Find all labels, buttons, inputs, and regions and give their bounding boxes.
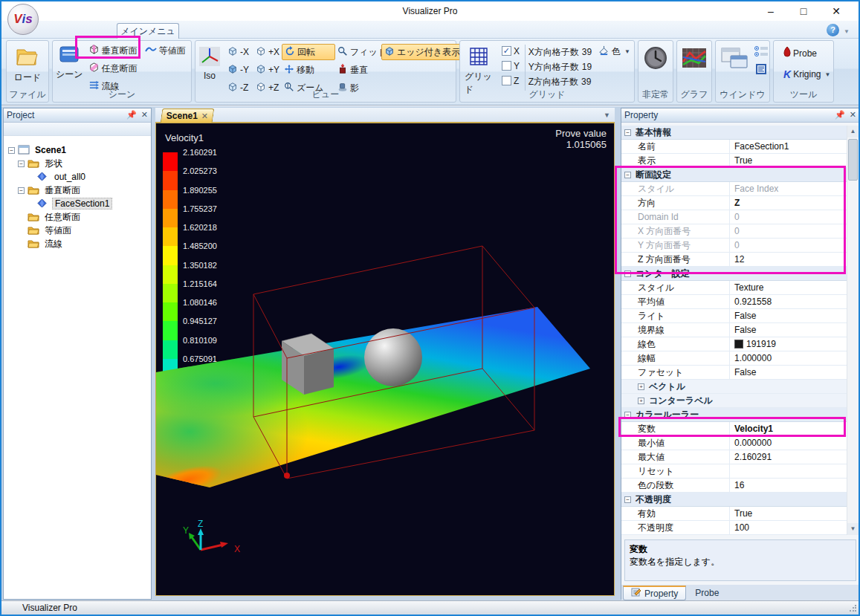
property-value[interactable]: False — [730, 325, 847, 335]
property-group-断面設定[interactable]: −断面設定 — [621, 168, 847, 182]
property-value[interactable]: Z — [730, 198, 847, 208]
property-row-名前[interactable]: 名前FaceSection1 — [621, 140, 847, 154]
tree-item-形状[interactable]: −形状 — [8, 157, 151, 170]
property-row-境界線[interactable]: 境界線False — [621, 323, 847, 337]
property-subgroup-ベクトル[interactable]: +ベクトル — [621, 380, 847, 394]
property-row-X 方向面番号[interactable]: X 方向面番号0 — [621, 224, 847, 239]
app-logo[interactable]: Vis — [7, 4, 39, 35]
property-value[interactable]: 0 — [730, 240, 847, 250]
move-button[interactable]: 移動 — [282, 62, 335, 78]
close-button[interactable]: ✕ — [820, 1, 853, 21]
property-value[interactable]: 16 — [730, 480, 847, 490]
collapse-icon[interactable]: − — [624, 412, 631, 418]
tab-close-icon[interactable]: ✕ — [201, 111, 208, 121]
tab-property[interactable]: Property — [623, 586, 686, 600]
grid-y-checkbox[interactable]: Y — [499, 59, 522, 72]
property-value[interactable]: True — [730, 155, 847, 166]
resize-grip[interactable] — [849, 605, 856, 612]
property-value[interactable]: Face Index — [730, 184, 847, 194]
property-value[interactable]: 191919 — [730, 339, 847, 349]
tab-scene1[interactable]: Scene1✕ — [161, 108, 215, 123]
property-row-スタイル[interactable]: スタイルTexture — [621, 281, 847, 295]
tab-probe[interactable]: Probe — [688, 586, 726, 600]
property-row-線幅[interactable]: 線幅1.000000 — [621, 351, 847, 366]
tree-expander-icon[interactable]: − — [18, 187, 25, 194]
unsteady-button[interactable] — [638, 41, 673, 73]
tree-item-流線[interactable]: 流線 — [8, 237, 151, 250]
property-value[interactable]: 0 — [730, 226, 847, 236]
collapse-icon[interactable]: − — [624, 129, 631, 136]
tree-item-Scene1[interactable]: −Scene1 — [8, 143, 151, 157]
property-value[interactable]: Texture — [730, 282, 847, 293]
grid-z-checkbox[interactable]: Z — [499, 74, 522, 87]
grid-count-z-value[interactable]: 39 — [581, 77, 591, 87]
property-row-スタイル[interactable]: スタイルFace Index — [621, 182, 847, 196]
close-panel-icon[interactable]: ✕ — [850, 110, 856, 120]
property-value[interactable]: 0.921558 — [730, 296, 847, 307]
property-subgroup-コンターラベル[interactable]: +コンターラベル — [621, 394, 847, 408]
property-group-カラールーラー[interactable]: −カラールーラー — [621, 408, 847, 422]
property-row-平均値[interactable]: 平均値0.921558 — [621, 295, 847, 309]
property-value[interactable]: 2.160291 — [730, 452, 847, 462]
chevron-down-icon[interactable]: ▼ — [824, 71, 830, 78]
view-plus-y-button[interactable]: +Y — [253, 62, 282, 78]
cascade-windows-button[interactable] — [720, 45, 750, 77]
window-list-icon[interactable] — [754, 46, 769, 60]
property-row-変数[interactable]: 変数Velocity1 — [621, 422, 847, 436]
property-value[interactable]: 0.000000 — [730, 438, 847, 448]
view-plus-x-button[interactable]: +X — [253, 44, 282, 60]
fit-button[interactable]: フィット — [335, 44, 381, 60]
tab-list-dropdown-icon[interactable]: ▼ — [604, 111, 610, 119]
graph-button[interactable] — [677, 41, 711, 71]
tree-item-垂直断面[interactable]: −垂直断面 — [8, 184, 151, 197]
property-row-Domain Id[interactable]: Domain Id0 — [621, 210, 847, 224]
property-group-不透明度[interactable]: −不透明度 — [621, 493, 847, 507]
window-document-icon[interactable] — [754, 63, 769, 77]
grid-color-button[interactable]: 色▼ — [596, 43, 633, 59]
viewport-canvas[interactable]: Velocity1 Prove value 1.015065 2.1602912… — [155, 123, 615, 596]
property-value[interactable]: 1.000000 — [730, 353, 847, 363]
tree-expander-icon[interactable]: − — [18, 161, 25, 167]
pin-icon[interactable]: 📌 — [835, 110, 845, 120]
property-row-最小値[interactable]: 最小値0.000000 — [621, 436, 847, 450]
arbitrary-section-button[interactable]: 任意断面 — [86, 60, 140, 77]
property-value[interactable]: False — [730, 367, 847, 377]
scene-button[interactable]: シーン — [56, 42, 83, 94]
probe-button[interactable]: Probe — [781, 45, 833, 62]
help-dropdown-icon[interactable]: ▼ — [844, 28, 850, 35]
maximize-button[interactable]: □ — [787, 1, 820, 21]
expand-icon[interactable]: + — [638, 398, 644, 404]
property-value[interactable]: 100 — [730, 522, 847, 533]
scroll-up-icon[interactable]: ▲ — [847, 126, 859, 137]
property-row-線色[interactable]: 線色191919 — [621, 337, 847, 351]
collapse-icon[interactable]: − — [624, 496, 631, 503]
expand-icon[interactable]: + — [638, 383, 644, 390]
property-group-基本情報[interactable]: −基本情報 — [621, 126, 847, 140]
property-value[interactable]: Velocity1 — [730, 424, 847, 434]
property-value[interactable]: 12 — [730, 254, 847, 265]
property-row-有効[interactable]: 有効True — [621, 507, 847, 521]
property-row-表示[interactable]: 表示True — [621, 154, 847, 168]
pin-icon[interactable]: 📌 — [126, 110, 137, 120]
help-button[interactable]: ? — [827, 24, 839, 36]
property-row-方向[interactable]: 方向Z — [621, 196, 847, 210]
grid-count-x-value[interactable]: 39 — [582, 47, 592, 57]
property-row-色の段数[interactable]: 色の段数16 — [621, 479, 847, 493]
kriging-button[interactable]: K Kriging▼ — [781, 66, 833, 82]
property-row-ライト[interactable]: ライトFalse — [621, 309, 847, 323]
view-minus-x-button[interactable]: -X — [225, 44, 253, 60]
rotate-button[interactable]: 回転 — [282, 44, 335, 60]
scroll-down-icon[interactable]: ▼ — [847, 523, 859, 535]
chevron-down-icon[interactable]: ▼ — [624, 48, 630, 55]
vertical-section-button[interactable]: 垂直断面 — [86, 42, 140, 59]
tree-item-out_all0[interactable]: out_all0 — [8, 170, 151, 184]
property-row-リセット[interactable]: リセット — [621, 464, 847, 479]
property-value[interactable]: False — [730, 311, 847, 321]
view-minus-y-button[interactable]: -Y — [225, 62, 253, 78]
property-scrollbar[interactable]: ▲ ▼ — [847, 126, 859, 535]
vertical-view-button[interactable]: 垂直 — [335, 62, 381, 78]
tab-main-menu[interactable]: メインメニュー — [117, 23, 179, 39]
collapse-icon[interactable]: − — [624, 172, 631, 178]
isosurface-button[interactable]: 等値面 — [143, 42, 188, 59]
property-value[interactable]: True — [730, 508, 847, 519]
